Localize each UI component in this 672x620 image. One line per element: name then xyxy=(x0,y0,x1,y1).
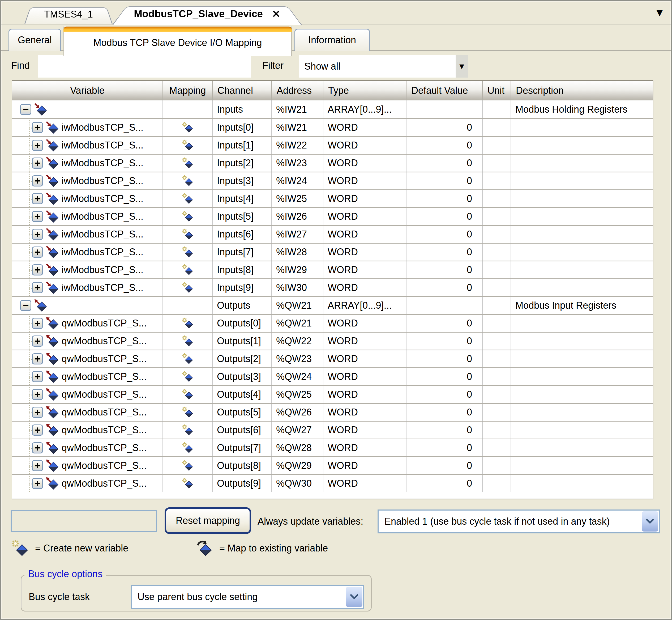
dropdown-button[interactable] xyxy=(642,511,658,531)
default-value-cell[interactable] xyxy=(406,297,483,314)
default-value-cell[interactable]: 0 xyxy=(406,404,483,421)
default-value-cell[interactable]: 0 xyxy=(406,475,483,492)
default-value-cell[interactable]: 0 xyxy=(406,261,483,278)
table-row[interactable]: + iwModbusTCP_S... Inputs[8] %IW29 WORD … xyxy=(12,261,653,278)
table-row[interactable]: + qwModbusTCP_S... Outputs[1] %QW22 WORD… xyxy=(12,332,653,350)
always-update-dropdown[interactable]: Enabled 1 (use bus cycle task if not use… xyxy=(378,510,660,533)
expander-toggle[interactable]: + xyxy=(32,122,43,133)
default-value-cell[interactable]: 0 xyxy=(406,457,483,474)
table-row[interactable]: + iwModbusTCP_S... Inputs[0] %IW21 WORD … xyxy=(12,118,653,136)
expander-toggle[interactable]: + xyxy=(32,335,43,347)
variable-direction-icon xyxy=(46,317,59,330)
table-row[interactable]: + qwModbusTCP_S... Outputs[8] %QW29 WORD… xyxy=(12,456,653,474)
close-tab-icon[interactable]: ✕ xyxy=(272,8,280,20)
expander-toggle[interactable]: + xyxy=(32,211,43,222)
variable-cell: + iwModbusTCP_S... xyxy=(12,244,163,261)
tab-overflow-dropdown-icon[interactable]: ▼ xyxy=(654,7,665,18)
dropdown-button[interactable] xyxy=(346,587,362,607)
find-input[interactable] xyxy=(38,55,251,78)
bus-cycle-task-dropdown[interactable]: Use parent bus cycle setting xyxy=(131,585,364,609)
default-value-cell[interactable]: 0 xyxy=(406,244,483,261)
expander-toggle[interactable]: + xyxy=(32,371,43,382)
filter-dropdown-button[interactable]: ▼ xyxy=(456,55,468,78)
expander-toggle[interactable]: + xyxy=(32,460,43,471)
default-value-cell[interactable]: 0 xyxy=(406,386,483,403)
variable-cell: + iwModbusTCP_S... xyxy=(12,155,163,171)
default-value-cell[interactable]: 0 xyxy=(406,368,483,385)
channel-cell: Outputs[3] xyxy=(213,368,272,385)
tab-information[interactable]: Information xyxy=(294,29,370,51)
tab-io-mapping[interactable]: Modbus TCP Slave Device I/O Mapping xyxy=(63,27,292,56)
table-row[interactable]: + qwModbusTCP_S... Outputs[9] %QW30 WORD… xyxy=(12,474,653,492)
expander-toggle[interactable]: + xyxy=(32,424,43,436)
expander-toggle[interactable]: + xyxy=(32,193,43,204)
mapping-cell xyxy=(163,172,213,190)
default-value-cell[interactable]: 0 xyxy=(406,190,483,207)
mapping-cell xyxy=(163,261,213,278)
doc-tab-modbustcp-slave-device[interactable]: ModbusTCP_Slave_Device ✕ xyxy=(113,3,301,25)
table-row[interactable]: + iwModbusTCP_S... Inputs[4] %IW25 WORD … xyxy=(12,190,653,207)
default-value-cell[interactable]: 0 xyxy=(406,208,483,225)
expander-toggle[interactable]: + xyxy=(32,282,43,293)
table-row[interactable]: + iwModbusTCP_S... Inputs[5] %IW26 WORD … xyxy=(12,207,653,225)
table-row[interactable]: + iwModbusTCP_S... Inputs[2] %IW23 WORD … xyxy=(12,154,653,171)
channel-cell: Outputs[1] xyxy=(213,332,272,350)
table-row[interactable]: + qwModbusTCP_S... Outputs[7] %QW28 WORD… xyxy=(12,438,653,456)
default-value-cell[interactable]: 0 xyxy=(406,315,483,332)
expander-toggle[interactable]: + xyxy=(32,158,43,169)
table-row[interactable]: + iwModbusTCP_S... Inputs[6] %IW27 WORD … xyxy=(12,225,653,243)
description-cell xyxy=(511,279,652,296)
default-value-cell[interactable]: 0 xyxy=(406,422,483,438)
unit-cell xyxy=(483,422,511,438)
expander-toggle[interactable]: + xyxy=(32,175,43,187)
variable-direction-icon xyxy=(34,103,47,116)
expander-toggle[interactable]: + xyxy=(32,264,43,275)
table-row[interactable]: + qwModbusTCP_S... Outputs[4] %QW25 WORD… xyxy=(12,385,653,403)
expander-toggle[interactable]: + xyxy=(32,407,43,418)
table-row[interactable]: + qwModbusTCP_S... Outputs[3] %QW24 WORD… xyxy=(12,367,653,385)
table-row[interactable]: + qwModbusTCP_S... Outputs[6] %QW27 WORD… xyxy=(12,421,653,438)
description-cell xyxy=(511,350,652,367)
expander-toggle[interactable]: + xyxy=(32,318,43,329)
expander-toggle[interactable]: + xyxy=(32,389,43,400)
doc-tab-tmses4-1[interactable]: TMSES4_1 xyxy=(24,5,113,24)
default-value-cell[interactable]: 0 xyxy=(406,279,483,296)
filter-dropdown[interactable]: Show all ▼ xyxy=(299,55,468,78)
mapping-cell xyxy=(163,137,213,154)
expander-toggle[interactable]: + xyxy=(32,229,43,240)
table-row[interactable]: + qwModbusTCP_S... Outputs[0] %QW21 WORD… xyxy=(12,314,653,332)
expander-toggle[interactable]: + xyxy=(32,247,43,258)
table-row[interactable]: − Outputs %QW21 ARRAY[0...9]... Modbus I… xyxy=(12,296,653,314)
table-row[interactable]: + iwModbusTCP_S... Inputs[3] %IW24 WORD … xyxy=(12,171,653,190)
table-row[interactable]: + qwModbusTCP_S... Outputs[5] %QW26 WORD… xyxy=(12,403,653,421)
address-cell: %IW23 xyxy=(272,155,323,171)
table-row[interactable]: + qwModbusTCP_S... Outputs[2] %QW23 WORD… xyxy=(12,350,653,367)
expander-toggle[interactable]: − xyxy=(20,300,31,311)
expander-toggle[interactable]: + xyxy=(32,478,43,489)
tab-general[interactable]: General xyxy=(8,29,61,51)
create-new-variable-icon xyxy=(182,175,193,187)
table-row[interactable]: + iwModbusTCP_S... Inputs[1] %IW22 WORD … xyxy=(12,136,653,154)
default-value-cell[interactable]: 0 xyxy=(406,119,483,136)
default-value-cell[interactable]: 0 xyxy=(406,440,483,456)
default-value-cell[interactable]: 0 xyxy=(406,172,483,190)
mapping-selection-box[interactable] xyxy=(11,510,157,532)
create-new-variable-icon xyxy=(182,157,193,169)
expander-toggle[interactable]: + xyxy=(32,353,43,364)
default-value-cell[interactable]: 0 xyxy=(406,137,483,154)
default-value-cell[interactable]: 0 xyxy=(406,155,483,171)
table-row[interactable]: − Inputs %IW21 ARRAY[0...9]... Modbus Ho… xyxy=(12,100,653,118)
table-row[interactable]: + iwModbusTCP_S... Inputs[7] %IW28 WORD … xyxy=(12,243,653,261)
default-value-cell[interactable] xyxy=(406,100,483,118)
unit-cell xyxy=(483,332,511,350)
default-value-cell[interactable]: 0 xyxy=(406,226,483,243)
reset-mapping-button[interactable]: Reset mapping xyxy=(165,507,251,534)
table-row[interactable]: + iwModbusTCP_S... Inputs[9] %IW30 WORD … xyxy=(12,278,653,296)
default-value-cell[interactable]: 0 xyxy=(406,350,483,367)
expander-toggle[interactable]: − xyxy=(20,104,31,115)
expander-toggle[interactable]: + xyxy=(32,442,43,454)
doc-tab-label: TMSES4_1 xyxy=(44,9,93,20)
col-address: Address xyxy=(272,81,323,100)
default-value-cell[interactable]: 0 xyxy=(406,332,483,350)
expander-toggle[interactable]: + xyxy=(32,140,43,151)
